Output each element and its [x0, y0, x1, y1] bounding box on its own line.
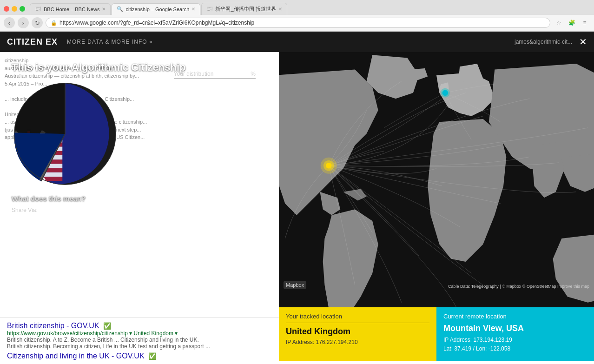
tab-xinhua[interactable]: 📰 新华网_传播中国 报道世界 ✕: [201, 3, 287, 15]
maximize-traffic-light[interactable]: [20, 6, 25, 12]
result-1-url: https://www.gov.uk/browse/citizenship/ci…: [7, 330, 272, 337]
dist-col-country: Your distribution: [174, 71, 214, 77]
tab-bbc[interactable]: 📰 BBC Home – BBC News ✕: [30, 3, 111, 15]
twitter-share-button[interactable]: TWITTER: [49, 216, 75, 221]
forward-button[interactable]: ›: [18, 17, 29, 28]
share-section: Share Via: FACEBOOK TWITTER EMAIL: [12, 207, 267, 221]
citizen-ex-bar: CITIZEN EX MORE DATA & MORE INFO » james…: [0, 32, 594, 52]
nav-bar: ‹ › ↻ 🔒 https://www.google.com/?gfe_rd=c…: [0, 15, 594, 31]
dist-pct-usa: 57.77: [232, 82, 256, 89]
share-label: Share Via:: [12, 207, 267, 213]
search-result-2: Citizenship and living in the UK - GOV.U…: [7, 352, 272, 360]
result-1-snippet2: British citizenship. Becoming a citizen,…: [7, 343, 272, 350]
left-panel: citizenship australia.gov.au/individuals…: [0, 52, 279, 361]
result-1-region: ▾: [129, 330, 133, 337]
main-panels: citizenship australia.gov.au/individuals…: [0, 52, 594, 361]
dist-pct-japan: 0.32: [232, 116, 256, 122]
tab-close-google[interactable]: ✕: [191, 7, 195, 12]
citizen-bar-right: james&algorithmic-cit... ✕: [515, 36, 587, 47]
tab-google[interactable]: 🔍 citizenship – Google Search ✕: [112, 3, 200, 15]
dist-row-uk: United Kingdom 16.72: [174, 90, 256, 98]
dist-row-china: China 0.86: [174, 98, 256, 106]
dist-country-austria: Austria: [174, 107, 232, 114]
result-1-check-icon: ✅: [103, 322, 111, 330]
email-share-button[interactable]: EMAIL: [79, 216, 98, 221]
citizen-ex-logo: CITIZEN EX: [7, 37, 58, 47]
dist-pct-unknown: 23.69: [232, 132, 256, 139]
tracked-ip: IP Address: 176.227.194.210: [286, 339, 429, 345]
dist-pct-uk: 16.72: [232, 91, 256, 97]
remote-location-name: Mountain View, USA: [443, 324, 587, 333]
tab-label-google: citizenship – Google Search: [125, 7, 189, 12]
browser-chrome: 📰 BBC Home – BBC News ✕ 🔍 citizenship – …: [0, 0, 594, 32]
dist-row-austria: Austria 0.32: [174, 106, 256, 115]
result-1-snippet1: British citizenship. A to Z. Become a Br…: [7, 337, 272, 343]
url-text: https://www.google.com/?gfe_rd=cr&ei=xf5…: [59, 20, 254, 26]
dist-country-germany: Germany: [174, 124, 232, 131]
right-panel: Mapbox Cable Data: Telegeography | © Map…: [279, 52, 594, 361]
info-panels: Your tracked location United Kingdom IP …: [279, 307, 594, 361]
traffic-lights: [4, 6, 25, 12]
svg-point-50: [326, 163, 332, 169]
tracked-location-panel: Your tracked location United Kingdom IP …: [279, 307, 436, 361]
tab-favicon-google: 🔍: [117, 6, 123, 13]
result-2-check-icon: ✅: [148, 352, 156, 360]
citizen-ex-more-link[interactable]: MORE DATA & MORE INFO »: [67, 39, 153, 45]
dist-col-pct: %: [251, 71, 256, 77]
map-background: Mapbox Cable Data: Telegeography | © Map…: [279, 52, 594, 361]
share-buttons: FACEBOOK TWITTER EMAIL: [12, 216, 267, 221]
result-1-url-text: https://www.gov.uk/browse/citizenship/ci…: [7, 330, 128, 337]
left-content: This is your Algorithmic Citizenship You…: [12, 61, 267, 221]
dist-pct-austria: 0.32: [232, 107, 256, 114]
dist-country-uk: United Kingdom: [174, 91, 232, 97]
minimize-traffic-light[interactable]: [12, 6, 17, 12]
close-traffic-light[interactable]: [4, 6, 9, 12]
tab-label-bbc: BBC Home – BBC News: [44, 7, 99, 12]
distribution-section: Your distribution % USA 57.77 United Kin…: [174, 71, 256, 140]
tab-label-xinhua: 新华网_传播中国 报道世界: [215, 6, 276, 13]
remote-location-title: Current remote location: [443, 313, 587, 320]
extensions-icon[interactable]: 🧩: [566, 17, 577, 28]
dist-row-japan: Japan 0.32: [174, 115, 256, 123]
dist-country-unknown: Unknown: [174, 132, 232, 139]
dist-country-japan: Japan: [174, 116, 232, 122]
result-2-title[interactable]: Citizenship and living in the UK - GOV.U…: [7, 352, 145, 360]
tracked-location-title: Your tracked location: [286, 313, 429, 323]
facebook-share-button[interactable]: FACEBOOK: [12, 216, 44, 221]
dist-pct-china: 0.86: [232, 99, 256, 106]
tab-close-bbc[interactable]: ✕: [102, 7, 106, 12]
svg-point-35: [17, 159, 20, 161]
pie-chart: [12, 80, 119, 187]
lock-icon: 🔒: [51, 20, 57, 26]
svg-point-52: [442, 90, 449, 96]
pie-chart-container: [12, 80, 119, 187]
dist-pct-germany: 0.32: [232, 124, 256, 131]
bookmark-icon[interactable]: ☆: [553, 17, 564, 28]
dist-row-usa: USA 57.77: [174, 81, 256, 90]
tab-close-xinhua[interactable]: ✕: [278, 7, 282, 12]
tab-favicon-xinhua: 📰: [206, 6, 213, 13]
dist-row-germany: Germany 0.32: [174, 123, 256, 132]
bottom-question: What does this mean?: [12, 194, 267, 202]
tab-bar: 📰 BBC Home – BBC News ✕ 🔍 citizenship – …: [0, 0, 594, 15]
tab-favicon-bbc: 📰: [35, 6, 41, 13]
remote-ip-text: IP Address: 173.194.123.19: [443, 337, 512, 343]
result-1-title[interactable]: British citizenship - GOV.UK: [7, 322, 99, 330]
tracked-country: United Kingdom: [286, 327, 429, 337]
result-1-region-arrow: ▾: [175, 330, 178, 337]
result-1-region-text: United Kingdom: [134, 330, 173, 337]
dist-header: Your distribution %: [174, 71, 256, 79]
bottom-question-text: What does this mean?: [12, 194, 267, 202]
dist-country-china: China: [174, 99, 232, 106]
mapbox-logo: Mapbox: [284, 281, 306, 289]
remote-location-panel: Current remote location Mountain View, U…: [436, 307, 594, 361]
back-button[interactable]: ‹: [4, 17, 15, 28]
citizen-close-button[interactable]: ✕: [579, 36, 587, 47]
distribution-table: Your distribution % USA 57.77 United Kin…: [174, 71, 256, 140]
settings-icon[interactable]: ≡: [579, 17, 590, 28]
google-search-results: British citizenship - GOV.UK ✅ https://w…: [0, 318, 279, 364]
refresh-button[interactable]: ↻: [32, 17, 43, 28]
citizen-user: james&algorithmic-cit...: [515, 39, 572, 45]
dist-country-usa: USA: [174, 82, 232, 89]
address-bar[interactable]: 🔒 https://www.google.com/?gfe_rd=cr&ei=x…: [46, 18, 550, 28]
